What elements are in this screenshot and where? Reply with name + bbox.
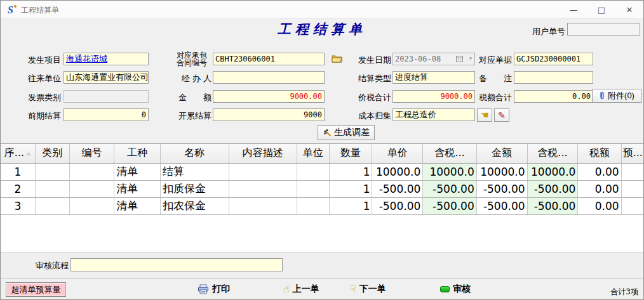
table-cell[interactable]: 3 (1, 197, 35, 214)
app-logo-icon: S (6, 4, 18, 15)
table-cell[interactable]: 1 (329, 180, 372, 197)
tax-total-label: 税额合计 (479, 92, 512, 103)
review-flow-input[interactable] (70, 258, 283, 271)
folder-open-icon[interactable] (332, 54, 343, 63)
table-cell[interactable]: -500.00 (423, 180, 476, 197)
table-cell[interactable] (69, 163, 114, 180)
table-cell[interactable] (621, 180, 644, 197)
table-cell[interactable] (35, 180, 69, 197)
table-cell[interactable]: 1 (1, 163, 35, 180)
column-header-2[interactable]: 编号 (69, 144, 114, 163)
minimize-button[interactable]: — (560, 1, 587, 18)
column-header-11[interactable]: 含税... (527, 144, 578, 163)
table-cell[interactable]: 清单 (114, 180, 161, 197)
table-cell[interactable] (297, 197, 329, 214)
table-cell[interactable] (621, 197, 644, 214)
table-cell[interactable]: -500.00 (423, 197, 476, 214)
paperclip-icon (599, 91, 605, 100)
table-cell[interactable]: 10000.0 (476, 163, 527, 180)
column-header-8[interactable]: 单价 (372, 144, 423, 163)
table-cell[interactable]: -500.00 (476, 197, 527, 214)
print-button[interactable]: 打印 (198, 282, 230, 296)
column-header-1[interactable]: 类别 (35, 144, 69, 163)
price-tax-total-input[interactable]: 9000.00 (392, 90, 475, 103)
table-cell[interactable] (229, 180, 297, 197)
table-cell[interactable]: 0.00 (578, 163, 621, 180)
occur-date-label: 发生日期 (358, 55, 390, 66)
table-cell[interactable]: 1 (329, 163, 372, 180)
cost-collection-input[interactable]: 工程总造价 (392, 108, 475, 121)
cost-collection-picker-button[interactable]: ☚ (477, 108, 492, 122)
column-header-7[interactable]: 数量 (329, 144, 372, 163)
column-header-3[interactable]: 工种 (114, 144, 161, 163)
project-label: 发生项目 (26, 55, 61, 66)
user-no-input[interactable] (567, 23, 640, 36)
ref-doc-input[interactable]: GCJSD230000001 (514, 53, 593, 65)
column-header-4[interactable]: 名称 (160, 144, 229, 163)
counterparty-input[interactable]: 山东海通置业有限公司 (64, 71, 149, 84)
table-cell[interactable]: 1 (329, 197, 372, 214)
tax-total-input[interactable]: 0.00 (514, 90, 593, 103)
accum-settlement-input[interactable]: 9000 (213, 108, 325, 121)
table-cell[interactable] (69, 180, 114, 197)
tool-icon (323, 128, 332, 137)
audit-button[interactable]: 审核 (440, 282, 471, 296)
table-cell[interactable] (229, 197, 297, 214)
amount-input[interactable]: 9000.00 (213, 90, 325, 103)
table-cell[interactable] (69, 197, 114, 214)
table-cell[interactable]: 清单 (114, 197, 161, 214)
review-flow-label: 审核流程 (36, 260, 69, 271)
column-header-5[interactable]: 内容描述 (229, 144, 297, 163)
table-cell[interactable] (35, 163, 69, 180)
table-cell[interactable]: 2 (1, 180, 35, 197)
column-header-12[interactable]: 税额 (578, 144, 621, 163)
table-cell[interactable]: 扣农保金 (160, 197, 229, 214)
project-input[interactable]: 海通花语城 (64, 53, 149, 65)
table-cell[interactable]: -500.00 (527, 180, 578, 197)
table-cell[interactable] (297, 180, 329, 197)
table-row: 2清单扣质保金1-500.00-500.00-500.00-500.000.00 (1, 180, 644, 197)
cost-collection-edit-button[interactable]: ✎ (494, 108, 509, 122)
maximize-button[interactable]: □ (587, 1, 615, 18)
table-cell[interactable] (35, 197, 69, 214)
attachment-button[interactable]: 附件(0) (592, 89, 641, 103)
table-cell[interactable]: 10000.0 (527, 163, 578, 180)
column-header-9[interactable]: 含税... (423, 144, 476, 163)
table-cell[interactable]: 10000.0 (372, 163, 423, 180)
table-cell[interactable]: 扣质保金 (160, 180, 229, 197)
settle-type-input[interactable]: 进度结算 (392, 71, 475, 84)
table-cell[interactable]: 清单 (114, 163, 161, 180)
table-cell[interactable]: -500.00 (372, 180, 423, 197)
prev-settlement-input[interactable]: 0 (64, 108, 149, 121)
column-header-10[interactable]: 金额 (476, 144, 527, 163)
table-cell[interactable]: -500.00 (476, 180, 527, 197)
table-cell[interactable]: -500.00 (527, 197, 578, 214)
table-cell[interactable] (297, 163, 329, 180)
table-cell[interactable] (621, 163, 644, 180)
cost-collection-label: 成本归集 (358, 110, 390, 122)
table-cell[interactable]: 0.00 (578, 197, 621, 214)
contract-input[interactable]: CBHT230606001 (213, 53, 325, 65)
column-header-0[interactable]: 序... (1, 144, 35, 163)
table-header-row: 序...类别编号工种名称内容描述单位数量单价含税...金额含税...税额预... (1, 144, 644, 163)
date-dropdown-icon[interactable]: ▾ (469, 55, 473, 62)
over-budget-button[interactable]: 超清单预算量 (6, 282, 66, 297)
hand-point-left-icon: ☚ (480, 110, 489, 121)
hand-point-down-icon: ☟ (350, 284, 356, 294)
table-cell[interactable]: 结算 (160, 163, 229, 180)
table-cell[interactable]: -500.00 (372, 197, 423, 214)
table-cell[interactable]: 0.00 (578, 180, 621, 197)
remark-input[interactable] (514, 71, 593, 84)
close-button[interactable]: ✕ (615, 1, 643, 18)
table-cell[interactable]: 10000.0 (423, 163, 476, 180)
next-record-button[interactable]: ☟ 下一单 (350, 282, 386, 296)
generate-adjust-button[interactable]: 生成调差 (318, 125, 375, 140)
handler-input[interactable] (213, 71, 325, 84)
column-header-6[interactable]: 单位 (297, 144, 329, 163)
items-table: 序...类别编号工种名称内容描述单位数量单价含税...金额含税...税额预...… (1, 144, 644, 215)
occur-date-picker[interactable]: 2023-06-08 ▾ (392, 53, 475, 65)
previous-record-button[interactable]: ☝ 上一单 (283, 282, 319, 296)
project-link[interactable]: 海通花语城 (66, 54, 107, 63)
table-cell[interactable] (229, 163, 297, 180)
column-header-13[interactable]: 预... (621, 144, 644, 163)
